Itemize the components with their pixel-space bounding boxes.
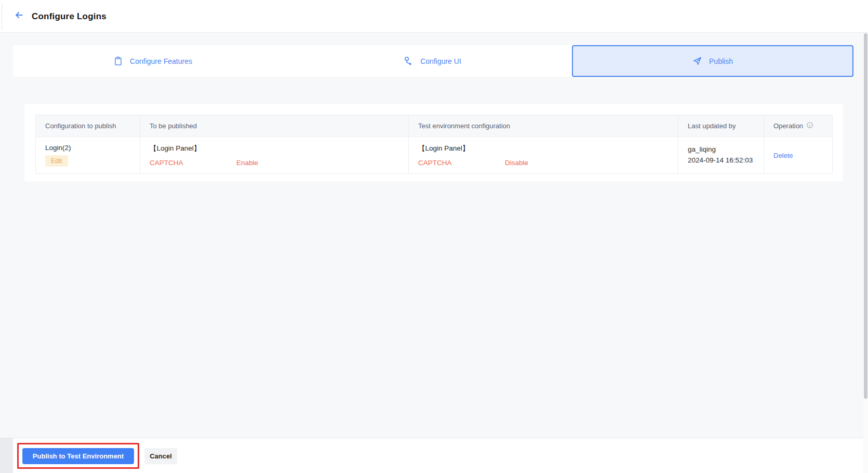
col-to-be-published: To be published xyxy=(140,115,409,137)
tab-label: Publish xyxy=(709,57,733,65)
table-row: Login(2) Edit 【Login Panel】 CAPTCHA Enab… xyxy=(36,137,833,174)
col-operation: Operation xyxy=(764,115,833,137)
tab-configure-ui[interactable]: Configure UI xyxy=(292,45,572,77)
cancel-button[interactable]: Cancel xyxy=(144,448,177,464)
feature-name: CAPTCHA xyxy=(418,159,505,167)
scrollbar-track xyxy=(863,33,868,473)
footer-bar: Publish to Test Environment Cancel xyxy=(0,438,868,473)
cell-last-updated: ga_liqing 2024-09-14 16:52:03 xyxy=(678,137,764,174)
page-title: Configure Logins xyxy=(32,0,106,33)
page-header: Configure Logins xyxy=(0,0,868,33)
col-last-updated-by: Last updated by xyxy=(678,115,764,137)
clipboard-icon xyxy=(113,56,123,66)
table-header-row: Configuration to publish To be published… xyxy=(36,115,833,137)
cell-to-be-published: 【Login Panel】 CAPTCHA Enable xyxy=(140,137,409,174)
cell-operation: Delete xyxy=(764,137,833,174)
publish-table-card: Configuration to publish To be published… xyxy=(24,104,843,182)
footer-left-strip xyxy=(0,438,13,473)
back-button[interactable] xyxy=(14,10,25,22)
vector-path-icon xyxy=(403,56,413,66)
tab-bar: Configure Features Configure UI Publish xyxy=(13,45,853,77)
updated-at: 2024-09-14 16:52:03 xyxy=(688,155,764,166)
feature-name: CAPTCHA xyxy=(150,159,236,167)
info-icon[interactable] xyxy=(806,121,813,130)
publish-table: Configuration to publish To be published… xyxy=(35,115,833,174)
header-left-divider xyxy=(2,3,2,30)
feature-state: Disable xyxy=(505,159,528,167)
status-badge-edit: Edit xyxy=(45,155,68,167)
scrollbar-thumb[interactable] xyxy=(864,33,867,399)
arrow-left-icon xyxy=(14,10,24,22)
publish-highlight-box: Publish to Test Environment xyxy=(17,443,139,469)
tab-label: Configure Features xyxy=(130,57,192,65)
cell-configuration: Login(2) Edit xyxy=(36,137,140,174)
send-icon xyxy=(692,56,702,66)
cell-test-environment: 【Login Panel】 CAPTCHA Disable xyxy=(409,137,678,174)
tab-label: Configure UI xyxy=(420,57,461,65)
delete-link[interactable]: Delete xyxy=(773,152,793,159)
config-name: Login(2) xyxy=(45,144,140,152)
tab-publish[interactable]: Publish xyxy=(572,45,853,77)
updated-by: ga_liqing xyxy=(688,144,764,155)
col-configuration-to-publish: Configuration to publish xyxy=(36,115,140,137)
tab-configure-features[interactable]: Configure Features xyxy=(13,45,292,77)
feature-state: Enable xyxy=(236,159,258,167)
publish-to-test-button[interactable]: Publish to Test Environment xyxy=(22,448,134,464)
panel-name: 【Login Panel】 xyxy=(418,144,678,153)
col-test-environment-configuration: Test environment configuration xyxy=(409,115,678,137)
panel-name: 【Login Panel】 xyxy=(150,144,408,153)
